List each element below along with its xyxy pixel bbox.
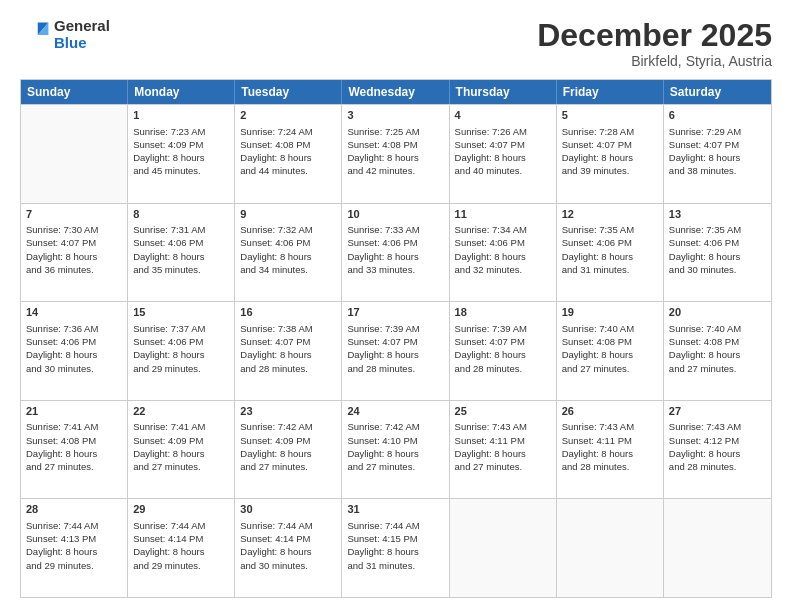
day-number: 16 [240, 305, 336, 320]
cell-line: Daylight: 8 hours [562, 447, 658, 460]
cell-line: Sunset: 4:14 PM [240, 532, 336, 545]
month-title: December 2025 [537, 18, 772, 53]
cell-line: Sunset: 4:15 PM [347, 532, 443, 545]
calendar-cell: 13Sunrise: 7:35 AMSunset: 4:06 PMDayligh… [664, 204, 771, 302]
day-number: 1 [133, 108, 229, 123]
header-day-wednesday: Wednesday [342, 80, 449, 104]
calendar-row-1: 1Sunrise: 7:23 AMSunset: 4:09 PMDaylight… [21, 104, 771, 203]
cell-line: Daylight: 8 hours [240, 250, 336, 263]
cell-line: Sunset: 4:09 PM [240, 434, 336, 447]
calendar-cell: 12Sunrise: 7:35 AMSunset: 4:06 PMDayligh… [557, 204, 664, 302]
cell-line: Sunset: 4:06 PM [26, 335, 122, 348]
day-number: 25 [455, 404, 551, 419]
cell-line: and 28 minutes. [455, 362, 551, 375]
cell-line: and 44 minutes. [240, 164, 336, 177]
calendar-cell: 10Sunrise: 7:33 AMSunset: 4:06 PMDayligh… [342, 204, 449, 302]
day-number: 18 [455, 305, 551, 320]
cell-line: Daylight: 8 hours [240, 348, 336, 361]
cell-line: Daylight: 8 hours [347, 348, 443, 361]
cell-line: Daylight: 8 hours [26, 250, 122, 263]
cell-line: Sunset: 4:11 PM [455, 434, 551, 447]
cell-line: and 28 minutes. [669, 460, 766, 473]
logo-icon [20, 19, 52, 51]
cell-line: Sunset: 4:14 PM [133, 532, 229, 545]
cell-line: Sunrise: 7:28 AM [562, 125, 658, 138]
calendar-header: SundayMondayTuesdayWednesdayThursdayFrid… [21, 80, 771, 104]
calendar-cell: 19Sunrise: 7:40 AMSunset: 4:08 PMDayligh… [557, 302, 664, 400]
cell-line: Daylight: 8 hours [347, 250, 443, 263]
cell-line: Sunrise: 7:40 AM [669, 322, 766, 335]
cell-line: Daylight: 8 hours [347, 151, 443, 164]
day-number: 11 [455, 207, 551, 222]
cell-line: Daylight: 8 hours [240, 545, 336, 558]
cell-line: Sunset: 4:07 PM [26, 236, 122, 249]
day-number: 22 [133, 404, 229, 419]
cell-line: Daylight: 8 hours [133, 348, 229, 361]
cell-line: Sunrise: 7:31 AM [133, 223, 229, 236]
cell-line: Daylight: 8 hours [562, 151, 658, 164]
cell-line: Sunrise: 7:29 AM [669, 125, 766, 138]
calendar-cell: 30Sunrise: 7:44 AMSunset: 4:14 PMDayligh… [235, 499, 342, 597]
calendar-cell: 22Sunrise: 7:41 AMSunset: 4:09 PMDayligh… [128, 401, 235, 499]
cell-line: Daylight: 8 hours [455, 348, 551, 361]
day-number: 23 [240, 404, 336, 419]
day-number: 19 [562, 305, 658, 320]
cell-line: Sunrise: 7:35 AM [669, 223, 766, 236]
calendar-cell: 8Sunrise: 7:31 AMSunset: 4:06 PMDaylight… [128, 204, 235, 302]
cell-line: and 34 minutes. [240, 263, 336, 276]
cell-line: Sunrise: 7:39 AM [347, 322, 443, 335]
day-number: 31 [347, 502, 443, 517]
cell-line: Sunrise: 7:44 AM [347, 519, 443, 532]
cell-line: Daylight: 8 hours [26, 348, 122, 361]
calendar-cell: 25Sunrise: 7:43 AMSunset: 4:11 PMDayligh… [450, 401, 557, 499]
cell-line: Sunrise: 7:23 AM [133, 125, 229, 138]
cell-line: Daylight: 8 hours [26, 447, 122, 460]
cell-line: Daylight: 8 hours [669, 447, 766, 460]
header-day-monday: Monday [128, 80, 235, 104]
day-number: 14 [26, 305, 122, 320]
cell-line: Sunset: 4:06 PM [347, 236, 443, 249]
cell-line: Daylight: 8 hours [133, 447, 229, 460]
day-number: 4 [455, 108, 551, 123]
calendar-cell [450, 499, 557, 597]
cell-line: Daylight: 8 hours [455, 447, 551, 460]
cell-line: Sunrise: 7:39 AM [455, 322, 551, 335]
day-number: 24 [347, 404, 443, 419]
cell-line: Sunset: 4:09 PM [133, 434, 229, 447]
cell-line: and 29 minutes. [26, 559, 122, 572]
cell-line: Sunrise: 7:35 AM [562, 223, 658, 236]
day-number: 15 [133, 305, 229, 320]
cell-line: Sunrise: 7:25 AM [347, 125, 443, 138]
cell-line: Daylight: 8 hours [669, 348, 766, 361]
header-day-sunday: Sunday [21, 80, 128, 104]
cell-line: Daylight: 8 hours [240, 151, 336, 164]
cell-line: Sunrise: 7:40 AM [562, 322, 658, 335]
day-number: 20 [669, 305, 766, 320]
cell-line: Sunrise: 7:26 AM [455, 125, 551, 138]
cell-line: Sunset: 4:12 PM [669, 434, 766, 447]
cell-line: Sunset: 4:07 PM [562, 138, 658, 151]
cell-line: and 27 minutes. [347, 460, 443, 473]
location-subtitle: Birkfeld, Styria, Austria [537, 53, 772, 69]
cell-line: Sunset: 4:08 PM [240, 138, 336, 151]
calendar-cell: 21Sunrise: 7:41 AMSunset: 4:08 PMDayligh… [21, 401, 128, 499]
cell-line: and 31 minutes. [562, 263, 658, 276]
header-day-tuesday: Tuesday [235, 80, 342, 104]
cell-line: and 30 minutes. [26, 362, 122, 375]
day-number: 7 [26, 207, 122, 222]
day-number: 2 [240, 108, 336, 123]
calendar-cell: 17Sunrise: 7:39 AMSunset: 4:07 PMDayligh… [342, 302, 449, 400]
calendar-row-2: 7Sunrise: 7:30 AMSunset: 4:07 PMDaylight… [21, 203, 771, 302]
calendar-cell: 3Sunrise: 7:25 AMSunset: 4:08 PMDaylight… [342, 105, 449, 203]
day-number: 27 [669, 404, 766, 419]
calendar-cell [21, 105, 128, 203]
cell-line: and 28 minutes. [240, 362, 336, 375]
title-block: December 2025 Birkfeld, Styria, Austria [537, 18, 772, 69]
cell-line: and 27 minutes. [240, 460, 336, 473]
calendar-cell: 20Sunrise: 7:40 AMSunset: 4:08 PMDayligh… [664, 302, 771, 400]
calendar-cell: 31Sunrise: 7:44 AMSunset: 4:15 PMDayligh… [342, 499, 449, 597]
cell-line: and 45 minutes. [133, 164, 229, 177]
cell-line: and 27 minutes. [669, 362, 766, 375]
cell-line: and 30 minutes. [240, 559, 336, 572]
cell-line: Sunrise: 7:43 AM [562, 420, 658, 433]
